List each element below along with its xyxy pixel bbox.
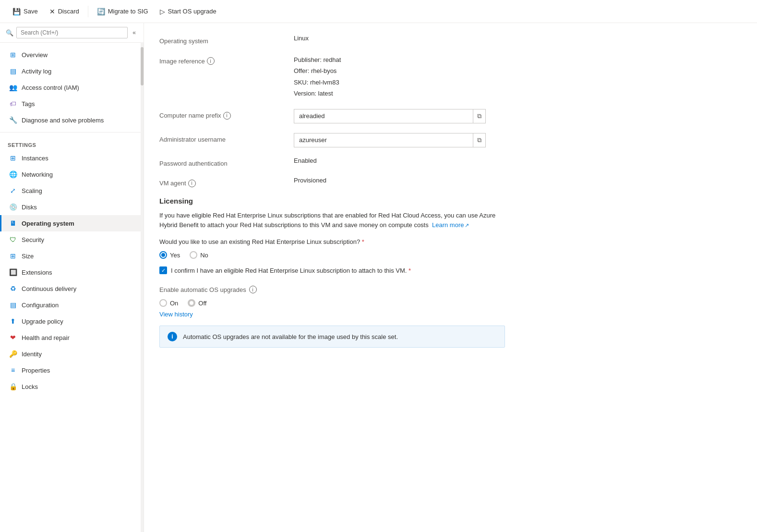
sidebar-item-label: Security xyxy=(22,236,44,243)
admin-username-input[interactable] xyxy=(294,133,473,146)
sidebar-item-extensions[interactable]: 🔲 Extensions xyxy=(0,264,144,280)
toolbar: 💾 Save ✕ Discard 🔄 Migrate to SIG ▷ Star… xyxy=(0,0,757,23)
extensions-icon: 🔲 xyxy=(9,268,17,276)
sidebar-item-configuration[interactable]: ▤ Configuration xyxy=(0,297,144,313)
sidebar-item-label: Tags xyxy=(22,100,35,108)
sidebar-item-properties[interactable]: ≡ Properties xyxy=(0,362,144,378)
cd-icon: ♻ xyxy=(9,285,17,292)
sidebar-item-operating-system[interactable]: 🖥 Operating system xyxy=(0,215,144,231)
migrate-sig-button[interactable]: 🔄 Migrate to SIG xyxy=(92,5,153,18)
scrollbar-track xyxy=(141,42,144,532)
os-icon: 🖥 xyxy=(9,219,17,227)
confirm-checkbox[interactable]: ✓ xyxy=(159,266,167,274)
diagnose-icon: 🔧 xyxy=(9,116,17,124)
sidebar-collapse-button[interactable]: « xyxy=(131,27,138,38)
password-auth-value: Enabled xyxy=(294,157,742,164)
image-ref-info-icon[interactable]: i xyxy=(207,57,215,65)
sidebar-item-upgrade-policy[interactable]: ⬆ Upgrade policy xyxy=(0,313,144,329)
learn-more-link[interactable]: Learn more ↗ xyxy=(432,220,469,230)
identity-icon: 🔑 xyxy=(9,350,17,358)
sidebar: 🔍 « ⊞ Overview ▤ Activity log 👥 Access c… xyxy=(0,23,144,532)
yes-radio-dot xyxy=(161,253,165,257)
subscription-question-row: Would you like to use an existing Red Ha… xyxy=(159,238,742,245)
sidebar-item-networking[interactable]: 🌐 Networking xyxy=(0,166,144,182)
admin-username-copy-button[interactable]: ⧉ xyxy=(473,133,485,147)
os-field-value: Linux xyxy=(294,35,742,42)
sidebar-item-activity-log[interactable]: ▤ Activity log xyxy=(0,63,144,79)
save-button[interactable]: 💾 Save xyxy=(8,5,43,18)
computer-name-copy-button[interactable]: ⧉ xyxy=(473,109,485,123)
upgrade-off-dot xyxy=(190,301,193,305)
computer-name-input[interactable] xyxy=(294,109,473,122)
no-radio-label[interactable]: No xyxy=(190,251,208,259)
activity-log-icon: ▤ xyxy=(9,67,17,75)
sidebar-item-continuous-delivery[interactable]: ♻ Continuous delivery xyxy=(0,280,144,297)
search-icon: 🔍 xyxy=(6,29,13,36)
upgrade-off-toggle[interactable]: Off xyxy=(188,299,206,307)
sidebar-item-tags[interactable]: 🏷 Tags xyxy=(0,96,144,112)
sidebar-item-security[interactable]: 🛡 Security xyxy=(0,231,144,248)
sidebar-item-disks[interactable]: 💿 Disks xyxy=(0,199,144,215)
sidebar-item-access-control[interactable]: 👥 Access control (IAM) xyxy=(0,79,144,96)
sidebar-item-label: Locks xyxy=(22,383,38,390)
security-icon: 🛡 xyxy=(9,236,17,243)
overview-icon: ⊞ xyxy=(9,51,17,59)
sidebar-item-label: Identity xyxy=(22,351,42,358)
migrate-icon: 🔄 xyxy=(97,8,105,15)
toolbar-divider xyxy=(88,6,88,17)
sidebar-item-instances[interactable]: ⊞ Instances xyxy=(0,150,144,166)
upgrade-on-toggle[interactable]: On xyxy=(159,299,178,307)
save-icon: 💾 xyxy=(12,8,21,15)
sidebar-nav: ⊞ Overview ▤ Activity log 👥 Access contr… xyxy=(0,43,144,399)
licensing-heading: Licensing xyxy=(159,197,742,205)
sidebar-item-scaling[interactable]: ⤢ Scaling xyxy=(0,182,144,199)
sidebar-item-overview[interactable]: ⊞ Overview xyxy=(0,47,144,63)
sidebar-item-label: Disks xyxy=(22,204,37,211)
settings-section-header: Settings xyxy=(0,136,144,150)
yes-radio-button[interactable] xyxy=(159,251,167,259)
confirm-checkbox-label[interactable]: ✓ I confirm I have an eligible Red Hat E… xyxy=(159,266,742,274)
os-upgrade-section: Enable automatic OS upgrades i On Off Vi… xyxy=(159,286,742,348)
nav-divider xyxy=(0,132,144,133)
upgrade-off-radio[interactable] xyxy=(188,299,195,307)
sidebar-item-diagnose[interactable]: 🔧 Diagnose and solve problems xyxy=(0,112,144,128)
sidebar-item-locks[interactable]: 🔒 Locks xyxy=(0,378,144,395)
vm-agent-row: VM agent i Provisioned xyxy=(159,177,742,187)
sidebar-item-health-repair[interactable]: ❤ Health and repair xyxy=(0,329,144,346)
scrollbar-thumb xyxy=(141,47,144,85)
discard-button[interactable]: ✕ Discard xyxy=(45,5,84,18)
computer-name-row: Computer name prefix i ⧉ xyxy=(159,109,742,123)
sidebar-item-label: Upgrade policy xyxy=(22,318,63,325)
start-upgrade-button[interactable]: ▷ Start OS upgrade xyxy=(155,5,221,18)
view-history-link[interactable]: View history xyxy=(159,311,193,318)
sidebar-item-label: Configuration xyxy=(22,302,59,309)
password-auth-label: Password authentication xyxy=(159,157,294,167)
no-radio-button[interactable] xyxy=(190,251,197,259)
upgrade-on-radio[interactable] xyxy=(159,299,167,307)
external-link-icon: ↗ xyxy=(465,221,469,230)
checkbox-check-icon: ✓ xyxy=(161,267,166,274)
vm-agent-info-icon[interactable]: i xyxy=(188,180,196,187)
sidebar-item-label: Activity log xyxy=(22,68,51,75)
health-icon: ❤ xyxy=(9,334,17,341)
info-banner: i Automatic OS upgrades are not availabl… xyxy=(159,326,505,348)
sidebar-item-label: Size xyxy=(22,253,34,260)
confirm-required-star: * xyxy=(409,267,411,274)
size-icon: ⊞ xyxy=(9,252,17,260)
sidebar-search-bar: 🔍 « xyxy=(0,23,144,43)
config-icon: ▤ xyxy=(9,301,17,309)
sidebar-item-size[interactable]: ⊞ Size xyxy=(0,248,144,264)
sidebar-item-label: Properties xyxy=(22,367,50,374)
discard-icon: ✕ xyxy=(49,8,55,15)
sidebar-item-label: Extensions xyxy=(22,269,52,276)
computer-name-info-icon[interactable]: i xyxy=(223,112,231,120)
sidebar-item-label: Health and repair xyxy=(22,334,70,341)
upgrade-info-icon[interactable]: i xyxy=(249,286,257,293)
sidebar-item-identity[interactable]: 🔑 Identity xyxy=(0,346,144,362)
offer-row: Offer: rhel-byos xyxy=(294,65,742,76)
sidebar-item-label: Networking xyxy=(22,171,53,178)
networking-icon: 🌐 xyxy=(9,170,17,178)
yes-radio-label[interactable]: Yes xyxy=(159,251,180,259)
search-input[interactable] xyxy=(16,27,128,38)
os-field-row: Operating system Linux xyxy=(159,35,742,45)
